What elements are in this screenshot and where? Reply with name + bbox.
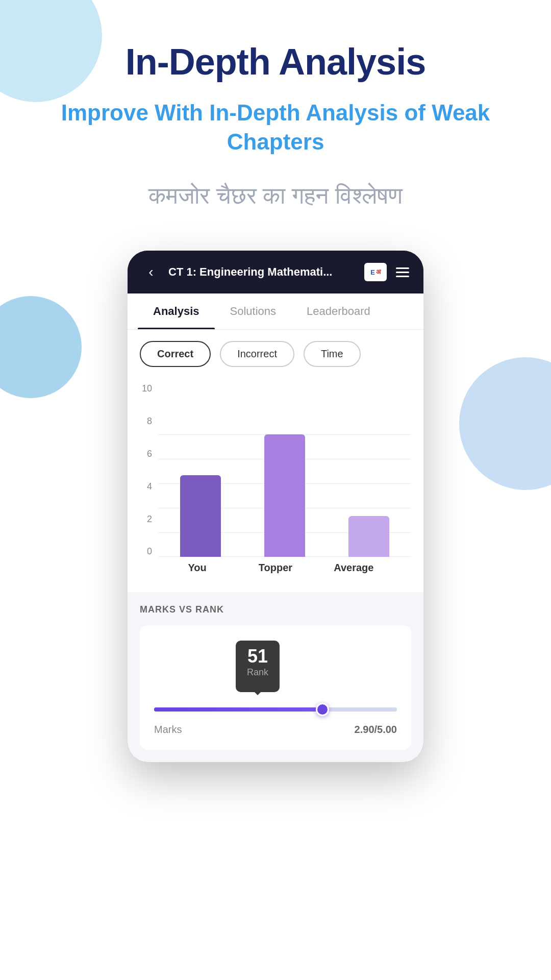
phone-screen-title: CT 1: Engineering Mathemati... <box>168 265 356 279</box>
y-label-8: 8 <box>140 416 152 427</box>
edu-icon: E अ <box>364 263 387 281</box>
marks-value: 2.90/5.00 <box>355 724 397 736</box>
x-label-average: Average <box>323 562 384 574</box>
x-label-topper: Topper <box>245 562 306 574</box>
y-label-2: 2 <box>140 514 152 525</box>
slider-track[interactable] <box>154 707 397 712</box>
page-subtitle: Improve With In-Depth Analysis of Weak C… <box>0 98 551 156</box>
rank-label: Rank <box>247 667 268 678</box>
chart-area: 0 2 4 6 8 10 <box>140 383 411 557</box>
back-button[interactable]: ‹ <box>142 264 160 280</box>
y-label-10: 10 <box>140 383 152 394</box>
filter-row: Correct Incorrect Time <box>128 330 423 378</box>
bar-topper-rect <box>264 434 305 557</box>
slider-thumb[interactable] <box>316 703 329 716</box>
tab-solutions[interactable]: Solutions <box>215 293 292 329</box>
rank-tooltip: 51 Rank <box>236 641 280 692</box>
header-icons: E अ <box>364 263 409 281</box>
phone-mockup: ‹ CT 1: Engineering Mathemati... E अ Ana… <box>128 251 423 762</box>
rank-number: 51 <box>247 646 268 667</box>
x-label-you: You <box>167 562 228 574</box>
tab-analysis[interactable]: Analysis <box>138 293 215 329</box>
marks-label: Marks <box>154 724 182 736</box>
bars-group <box>158 434 411 557</box>
filter-time[interactable]: Time <box>304 341 361 367</box>
x-axis-labels: You Topper Average <box>140 557 411 582</box>
phone-header: ‹ CT 1: Engineering Mathemati... E अ <box>128 251 423 293</box>
hindi-subtitle: कमजोर चैछर का गहन विश्लेषण <box>148 182 403 210</box>
chart-grid-bars <box>158 434 411 557</box>
rank-card: 51 Rank Marks 2.90/5.00 <box>140 625 411 750</box>
y-label-4: 4 <box>140 481 152 492</box>
bar-you-rect <box>180 475 221 557</box>
page-title: In-Depth Analysis <box>126 41 425 83</box>
tab-leaderboard[interactable]: Leaderboard <box>291 293 386 329</box>
filter-incorrect[interactable]: Incorrect <box>220 341 294 367</box>
tab-bar: Analysis Solutions Leaderboard <box>128 293 423 330</box>
bar-average <box>348 516 389 557</box>
bar-you <box>180 475 221 557</box>
slider-fill <box>154 707 329 712</box>
marks-rank-title: MARKS VS RANK <box>140 604 411 615</box>
y-axis: 0 2 4 6 8 10 <box>140 383 158 557</box>
y-label-6: 6 <box>140 449 152 459</box>
marks-row: Marks 2.90/5.00 <box>154 724 397 736</box>
chart-container: 0 2 4 6 8 10 <box>128 378 423 592</box>
menu-icon[interactable] <box>396 267 409 277</box>
filter-correct[interactable]: Correct <box>140 341 211 367</box>
bar-topper <box>264 434 305 557</box>
bar-average-rect <box>348 516 389 557</box>
phone-body: Analysis Solutions Leaderboard Correct I… <box>128 293 423 762</box>
y-label-0: 0 <box>140 546 152 557</box>
marks-rank-section: MARKS VS RANK 51 Rank Marks <box>128 592 423 762</box>
